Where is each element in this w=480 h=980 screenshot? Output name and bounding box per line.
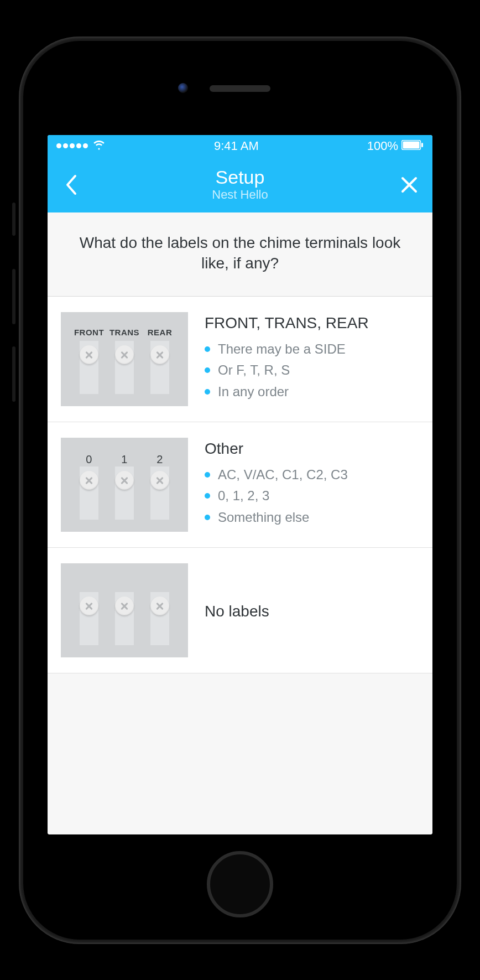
list-item: 0, 1, 2, 3 <box>205 485 419 506</box>
close-button[interactable] <box>397 173 421 197</box>
option-list: FRONT TRANS REAR FRONT, TRANS, REAR Ther… <box>48 297 432 834</box>
option-details: There may be a SIDE Or F, T, R, S In any… <box>205 339 419 402</box>
status-bar: 9:41 AM 100% <box>48 135 432 157</box>
option-title: FRONT, TRANS, REAR <box>205 314 419 332</box>
volume-up-button <box>12 269 15 324</box>
back-button[interactable] <box>59 173 83 197</box>
nav-title: Setup <box>216 168 265 186</box>
wifi-icon <box>92 138 106 154</box>
terminal-label: FRONT <box>74 328 104 338</box>
svg-rect-1 <box>403 141 420 148</box>
terminal-diagram: FRONT TRANS REAR <box>61 312 188 406</box>
mute-switch <box>12 203 15 236</box>
option-title: No labels <box>205 603 269 620</box>
option-title: Other <box>205 440 419 458</box>
close-icon <box>400 176 418 194</box>
screw-icon <box>80 597 98 615</box>
terminal-label: 1 <box>121 453 128 463</box>
list-item: There may be a SIDE <box>205 339 419 360</box>
battery-label: 100% <box>367 139 398 153</box>
screw-icon <box>80 471 98 490</box>
terminal-label: 0 <box>86 453 92 463</box>
terminal-label: 2 <box>156 453 163 463</box>
question-panel: What do the labels on the chime terminal… <box>48 212 432 297</box>
nav-bar: Setup Nest Hello <box>48 157 432 212</box>
list-item: In any order <box>205 381 419 402</box>
screen: 9:41 AM 100% Setup Nest Hello <box>48 135 432 834</box>
option-details: AC, V/AC, C1, C2, C3 0, 1, 2, 3 Somethin… <box>205 464 419 528</box>
list-item: AC, V/AC, C1, C2, C3 <box>205 464 419 485</box>
home-button[interactable] <box>207 851 273 917</box>
screw-icon <box>115 597 134 615</box>
terminal-label: REAR <box>148 328 173 338</box>
phone-frame: 9:41 AM 100% Setup Nest Hello <box>19 37 461 944</box>
list-item: Or F, T, R, S <box>205 360 419 381</box>
screw-icon <box>150 345 169 364</box>
battery-icon <box>401 139 424 153</box>
screw-icon <box>115 345 134 364</box>
screw-icon <box>80 345 98 364</box>
chevron-left-icon <box>65 174 77 195</box>
terminal-label: TRANS <box>109 328 139 338</box>
terminal-diagram <box>61 563 188 657</box>
front-camera <box>178 83 188 93</box>
list-item: Something else <box>205 507 419 528</box>
screw-icon <box>115 471 134 490</box>
option-other[interactable]: 0 1 2 Other AC, V/AC, C1, C2, C3 0, 1, 2… <box>48 422 432 548</box>
option-no-labels[interactable]: No labels <box>48 548 432 673</box>
volume-down-button <box>12 346 15 402</box>
speaker-grill <box>210 85 270 92</box>
svg-rect-2 <box>421 143 423 147</box>
nav-subtitle: Nest Hello <box>212 188 268 202</box>
signal-strength-icon <box>56 143 88 148</box>
option-front-trans-rear[interactable]: FRONT TRANS REAR FRONT, TRANS, REAR Ther… <box>48 297 432 422</box>
status-time: 9:41 AM <box>214 139 259 153</box>
screw-icon <box>150 597 169 615</box>
screw-icon <box>150 471 169 490</box>
question-text: What do the labels on the chime terminal… <box>64 232 416 274</box>
terminal-diagram: 0 1 2 <box>61 438 188 532</box>
